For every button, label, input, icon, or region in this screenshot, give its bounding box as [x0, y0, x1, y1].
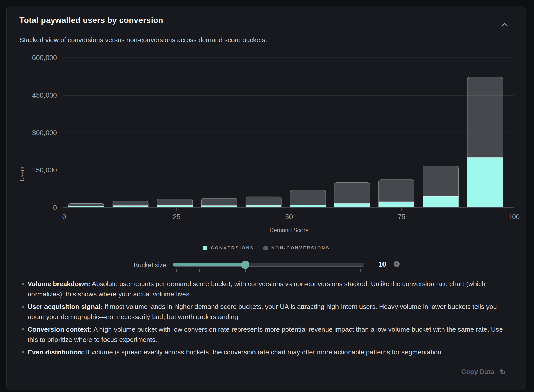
slider-tick-1: [176, 269, 177, 272]
note-item: Even distribution: If volume is spread e…: [19, 347, 505, 357]
conversions-segment: [467, 157, 503, 208]
bar-80-90[interactable]: [423, 166, 458, 208]
x-axis-title: Demand Score: [270, 227, 309, 234]
y-tick-label: 600,000: [32, 54, 57, 62]
legend-item-non-conversions[interactable]: NON-CONVERSIONS: [263, 246, 330, 251]
slider-tick-2: [184, 269, 184, 272]
conversions-segment: [334, 203, 370, 208]
note-item: User acquisition signal: If most volume …: [19, 302, 505, 322]
stacked-bar-chart[interactable]: 0150,000300,000450,000600,000Users025507…: [7, 51, 526, 238]
bar-90-100[interactable]: [467, 77, 503, 208]
conversions-segment: [290, 205, 326, 208]
note-text: A high-volume bucket with low conversion…: [28, 326, 503, 343]
conversions-segment: [246, 205, 281, 208]
bar-0-10[interactable]: [68, 203, 104, 208]
x-tick-label: 50: [285, 213, 293, 221]
note-text: Absolute user counts per demand score bu…: [28, 280, 485, 298]
legend-swatch: [263, 246, 268, 250]
y-tick-label: 150,000: [32, 166, 57, 174]
bar-40-50[interactable]: [246, 197, 281, 208]
bar-50-60[interactable]: [290, 190, 326, 208]
segment-divider: [246, 205, 281, 206]
conversions-segment: [423, 196, 458, 208]
bars-group: [68, 77, 503, 208]
conversions-segment: [379, 202, 414, 208]
slider-tick-10: [245, 269, 246, 272]
slider-tick-20: [322, 269, 322, 272]
y-tick-label: 450,000: [32, 91, 57, 99]
legend-swatch: [203, 246, 207, 250]
info-icon[interactable]: i: [394, 261, 400, 267]
x-tick-label: 0: [62, 213, 66, 221]
card-subtitle: Stacked view of conversions versus non-c…: [19, 36, 267, 44]
segment-divider: [290, 205, 326, 205]
bar-30-40[interactable]: [201, 198, 237, 208]
x-tick-label: 25: [173, 213, 180, 221]
legend-item-conversions[interactable]: CONVERSIONS: [203, 246, 254, 251]
chart-card: Total paywalled users by conversion Stac…: [6, 6, 526, 390]
slider-fill: [173, 263, 248, 266]
segment-divider: [467, 157, 503, 158]
note-text: If volume is spread evenly across bucket…: [84, 348, 443, 356]
conversions-segment: [113, 206, 148, 208]
bucket-size-slider[interactable]: [173, 263, 364, 267]
segment-divider: [379, 202, 414, 202]
chart-legend: CONVERSIONSNON-CONVERSIONS: [7, 246, 526, 251]
bucket-size-value: 10: [375, 260, 389, 268]
x-tick-label: 75: [398, 213, 405, 221]
collapse-button[interactable]: [498, 18, 511, 30]
page-title: Total paywalled users by conversion: [19, 16, 163, 25]
legend-label: NON-CONVERSIONS: [271, 246, 330, 251]
copy-data-button[interactable]: Copy Data: [461, 368, 506, 376]
bar-70-80[interactable]: [379, 180, 414, 208]
segment-divider: [201, 205, 237, 206]
segment-divider: [157, 205, 193, 206]
legend-label: CONVERSIONS: [211, 246, 254, 251]
y-tick-label: 0: [53, 204, 57, 212]
segment-divider: [113, 205, 148, 206]
bar-10-20[interactable]: [113, 201, 148, 208]
copy-icon: [499, 368, 506, 375]
note-item: Conversion context: A high-volume bucket…: [19, 324, 505, 345]
slider-tick-5: [207, 269, 207, 272]
y-axis-title: Users: [19, 167, 25, 181]
note-label: User acquisition signal:: [28, 303, 102, 310]
segment-divider: [68, 206, 104, 206]
slider-tick-4: [199, 269, 200, 272]
y-tick-label: 300,000: [32, 129, 57, 137]
conversions-segment: [157, 205, 193, 208]
segment-divider: [334, 203, 370, 204]
note-label: Volume breakdown:: [28, 280, 90, 288]
note-label: Even distribution:: [28, 348, 84, 356]
slider-handle[interactable]: [241, 261, 249, 269]
chevron-up-icon: [501, 22, 508, 26]
slider-tick-25: [360, 269, 361, 272]
x-tick-label: 100: [508, 213, 520, 221]
copy-data-label: Copy Data: [461, 368, 494, 376]
note-item: Volume breakdown: Absolute user counts p…: [19, 279, 505, 299]
bar-20-30[interactable]: [157, 199, 193, 208]
conversions-segment: [201, 206, 237, 208]
bucket-size-label: Bucket size: [106, 261, 166, 269]
segment-divider: [423, 196, 458, 197]
bar-60-70[interactable]: [334, 183, 370, 208]
note-label: Conversion context:: [28, 326, 92, 333]
notes-list: Volume breakdown: Absolute user counts p…: [19, 279, 505, 360]
